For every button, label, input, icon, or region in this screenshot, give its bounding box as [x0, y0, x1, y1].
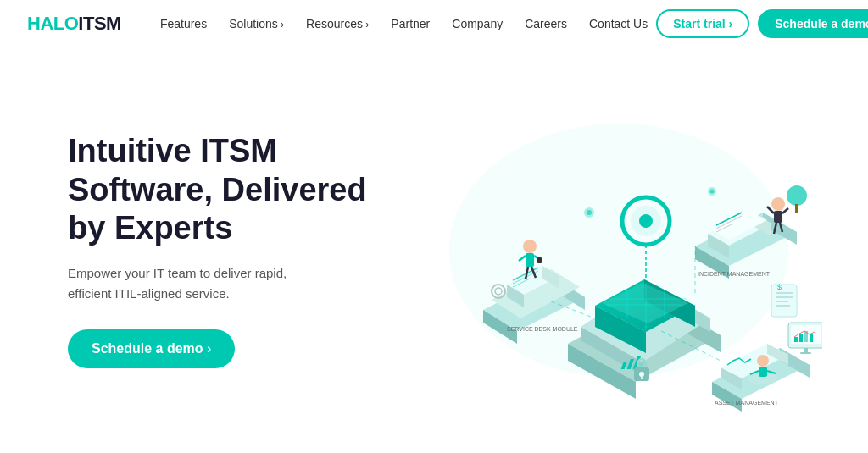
nav-partner[interactable]: Partner [382, 12, 438, 36]
svg-point-14 [523, 240, 537, 253]
svg-rect-53 [774, 211, 782, 223]
svg-text:SERVICE DESK MODULE: SERVICE DESK MODULE [507, 326, 578, 332]
svg-rect-91 [799, 334, 803, 342]
svg-rect-93 [810, 334, 813, 342]
hero-cta-button[interactable]: Schedule a demo › [68, 329, 235, 368]
svg-point-97 [587, 210, 592, 215]
nav-features[interactable]: Features [152, 12, 215, 36]
svg-point-52 [771, 197, 785, 211]
header: HALOITSM Features Solutions Resources Pa… [0, 0, 868, 47]
hero-title: Intuitive ITSM Software, Delivered by Ex… [68, 132, 381, 248]
svg-point-38 [639, 214, 653, 228]
svg-rect-95 [800, 352, 811, 354]
svg-rect-90 [794, 337, 798, 342]
svg-line-57 [782, 208, 788, 213]
svg-text:INCIDENT MANAGEMENT: INCIDENT MANAGEMENT [698, 271, 771, 277]
svg-point-99 [710, 189, 715, 193]
logo[interactable]: HALOITSM [27, 13, 121, 35]
svg-point-58 [787, 185, 807, 206]
start-trial-button[interactable]: Start trial › [656, 9, 749, 38]
svg-rect-20 [537, 257, 542, 263]
nav-careers[interactable]: Careers [516, 12, 576, 36]
header-actions: Start trial › Schedule a demo › [656, 9, 868, 38]
nav-company[interactable]: Company [443, 12, 511, 36]
main-nav: Features Solutions Resources Partner Com… [152, 12, 656, 36]
schedule-demo-header-button[interactable]: Schedule a demo › [758, 9, 868, 38]
hero-illustration: SERVICE DESK MODULE [381, 47, 822, 453]
hero-content: Intuitive ITSM Software, Delivered by Ex… [68, 132, 381, 368]
logo-halo: HALO [27, 13, 78, 34]
svg-text:$: $ [777, 283, 782, 291]
nav-resources[interactable]: Resources [298, 12, 377, 36]
hero-subtitle: Empower your IT team to deliver rapid, e… [68, 263, 288, 304]
svg-rect-15 [526, 253, 534, 267]
svg-rect-82 [771, 285, 797, 317]
nav-contact[interactable]: Contact Us [581, 12, 656, 36]
iso-illustration: SERVICE DESK MODULE [381, 73, 822, 428]
svg-text:ASSET MANAGEMENT: ASSET MANAGEMENT [715, 400, 779, 406]
logo-itsm: ITSM [78, 13, 121, 34]
hero-section: Intuitive ITSM Software, Delivered by Ex… [0, 47, 868, 453]
svg-point-72 [757, 355, 769, 367]
svg-rect-73 [759, 367, 767, 377]
nav-solutions[interactable]: Solutions [220, 12, 292, 36]
svg-rect-59 [795, 204, 798, 213]
